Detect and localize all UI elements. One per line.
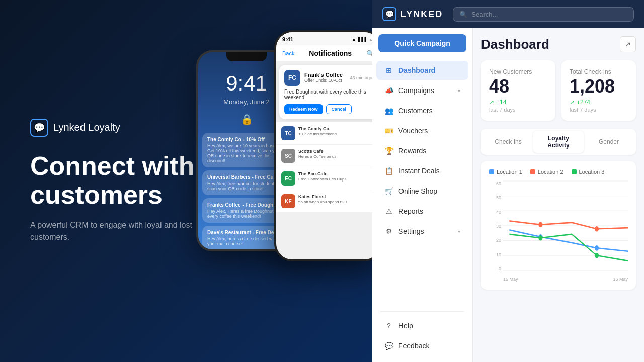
legend-dot-2: [530, 169, 535, 174]
phone-search-icon[interactable]: 🔍: [366, 50, 372, 57]
cancel-button[interactable]: Cancel: [326, 104, 352, 114]
notif-item-4[interactable]: KF Kates Florist €5 off when you spend €…: [276, 190, 372, 213]
svg-point-10: [595, 226, 599, 232]
chart-container: Location 1 Location 2 Location 3 60 50: [481, 161, 636, 290]
export-button[interactable]: ↗: [620, 36, 636, 52]
legend-label-2: Location 2: [538, 169, 564, 175]
online-shop-icon: 🛒: [384, 187, 393, 196]
checkins-trend-icon: ↗: [570, 99, 575, 106]
wifi-icon: ▲: [352, 37, 356, 42]
sidebar-item-vouchers[interactable]: 🎫 Vouchers: [376, 121, 468, 140]
page-title: Dashboard: [481, 37, 549, 52]
new-customers-value: 48: [489, 77, 547, 96]
crm-content: Quick Campaign ⊞ Dashboard 📣 Campaigns ▾…: [372, 28, 644, 362]
tab-gender[interactable]: Gender: [584, 131, 634, 153]
quick-campaign-button[interactable]: Quick Campaign: [378, 34, 466, 52]
notif-name-4: Kates Florist: [298, 194, 347, 199]
nav-logo: 💬 LYNKED: [382, 7, 443, 21]
sidebar-item-campaigns[interactable]: 📣 Campaigns ▾: [376, 81, 468, 100]
notif-avatar-1: TC: [281, 126, 295, 140]
sidebar-label-dashboard: Dashboard: [398, 66, 460, 74]
legend-dot-1: [489, 169, 494, 174]
phone-front: 9:41 ▲ ▌▌▌ ▭ Back Notifications 🔍 FC Fra…: [274, 30, 372, 261]
notif-avatar-2: SC: [281, 149, 295, 163]
sidebar-item-dashboard[interactable]: ⊞ Dashboard: [376, 61, 468, 80]
legend-dot-3: [572, 169, 577, 174]
notif-avatar-4: KF: [281, 194, 295, 208]
trend-up-icon: ↗: [489, 99, 494, 106]
notif-content-2: Scotts Cafe Heres a Coffee on us!: [298, 149, 338, 159]
campaigns-icon: 📣: [384, 86, 393, 95]
back-button[interactable]: Back: [282, 50, 294, 56]
sidebar-item-reports[interactable]: ⚠ Reports: [376, 202, 468, 221]
notif-content-1: The Comfy Co. 10% off this weekend: [298, 126, 337, 137]
notif-item-1[interactable]: TC The Comfy Co. 10% off this weekend: [276, 122, 372, 145]
sidebar-divider: [380, 311, 464, 312]
dashboard-tabs: Check Ins Loyalty Activity Gender: [481, 129, 636, 155]
settings-chevron-icon: ▾: [458, 229, 460, 234]
stat-card-total-checkins: Total Check-Ins 1,208 ↗ +274 last 7 days: [561, 60, 636, 121]
search-bar[interactable]: 🔍 Search...: [453, 7, 634, 22]
tab-check-ins[interactable]: Check Ins: [483, 131, 533, 153]
expanded-notif-name: Frank's Coffee: [304, 72, 343, 78]
dashboard-main: Dashboard ↗ New Customers 48 ↗ +14 last …: [473, 28, 644, 362]
dashboard-icon: ⊞: [384, 66, 393, 75]
notif-desc-2: Heres a Coffee on us!: [298, 154, 338, 159]
total-checkins-sub: last 7 days: [570, 107, 628, 113]
new-customers-sub: last 7 days: [489, 107, 547, 113]
settings-icon: ⚙: [384, 227, 393, 236]
notif-avatar-3: EC: [281, 171, 295, 186]
sidebar-item-help[interactable]: ? Help: [376, 316, 468, 335]
notif-item-3[interactable]: EC The Eco-Cafe Free Coffee with Eco Cup…: [276, 167, 372, 190]
sidebar-label-customers: Customers: [398, 107, 460, 115]
total-checkins-label: Total Check-Ins: [570, 68, 628, 75]
svg-point-8: [595, 245, 599, 251]
notif-content-3: The Eco-Cafe Free Coffee with Eco Cups: [298, 171, 346, 182]
search-placeholder: Search...: [471, 11, 498, 18]
legend-label-3: Location 3: [579, 169, 605, 175]
total-checkins-value: 1,208: [570, 77, 628, 96]
y-label-60: 60: [489, 181, 501, 186]
sidebar-item-customers[interactable]: 👥 Customers: [376, 101, 468, 120]
tab-loyalty-activity[interactable]: Loyalty Activity: [533, 131, 584, 153]
brand-logo-icon: 💬: [30, 119, 48, 137]
nav-logo-text: LYNKED: [400, 9, 443, 20]
sidebar-label-rewards: Rewards: [398, 147, 460, 155]
notif-desc-4: €5 off when you spend €20: [298, 200, 347, 205]
sidebar: Quick Campaign ⊞ Dashboard 📣 Campaigns ▾…: [372, 28, 473, 362]
expanded-notif-desc: Free Doughnut with every coffee this wee…: [284, 89, 372, 100]
notif-name-2: Scotts Cafe: [298, 149, 338, 154]
sidebar-item-rewards[interactable]: 🏆 Rewards: [376, 141, 468, 160]
new-customers-change-value: +14: [496, 99, 506, 106]
expanded-notif-time: 43 min ago: [350, 75, 372, 80]
sidebar-item-feedback[interactable]: 💬 Feedback: [376, 336, 468, 355]
sidebar-item-settings[interactable]: ⚙ Settings ▾: [376, 222, 468, 241]
chart-x-axis: 15 May 16 May: [503, 277, 628, 282]
chart-legend: Location 1 Location 2 Location 3: [489, 169, 628, 175]
phone-front-status-bar: 9:41 ▲ ▌▌▌ ▭: [276, 32, 372, 45]
marketing-panel: 💬 Lynked Loyalty Connect with customers …: [0, 0, 372, 362]
chart-svg: [503, 181, 628, 272]
notif-desc-1: 10% off this weekend: [298, 132, 337, 137]
expanded-notification: FC Frank's Coffee Offer Ends: 10-Oct 43 …: [279, 65, 372, 119]
crm-panel: 💬 LYNKED 🔍 Search... Quick Campaign ⊞ Da…: [372, 0, 644, 362]
instant-deals-icon: 📋: [384, 166, 393, 175]
notif-item-2[interactable]: SC Scotts Cafe Heres a Coffee on us!: [276, 145, 372, 167]
expanded-notif-avatar: FC: [284, 70, 300, 86]
phone-notch: [226, 52, 267, 61]
svg-point-11: [538, 235, 542, 241]
sidebar-item-instant-deals[interactable]: 📋 Instant Deals: [376, 161, 468, 180]
marketing-subtext: A powerful CRM to engage with loyal and …: [30, 219, 211, 243]
svg-point-9: [538, 222, 542, 228]
notifications-screen-title: Notifications: [309, 49, 352, 57]
rewards-icon: 🏆: [384, 146, 393, 155]
vouchers-icon: 🎫: [384, 126, 393, 135]
sidebar-item-online-shop[interactable]: 🛒 Online Shop: [376, 182, 468, 201]
sidebar-label-instant-deals: Instant Deals: [398, 167, 460, 175]
stats-row: New Customers 48 ↗ +14 last 7 days Total…: [481, 60, 636, 121]
x-label-16may: 16 May: [613, 277, 628, 282]
notif-desc-3: Free Coffee with Eco Cups: [298, 177, 346, 182]
notif-name-1: The Comfy Co.: [298, 126, 337, 131]
phone-notifications-header: Back Notifications 🔍: [276, 45, 372, 62]
redeem-now-button[interactable]: Redeem Now: [284, 104, 323, 114]
